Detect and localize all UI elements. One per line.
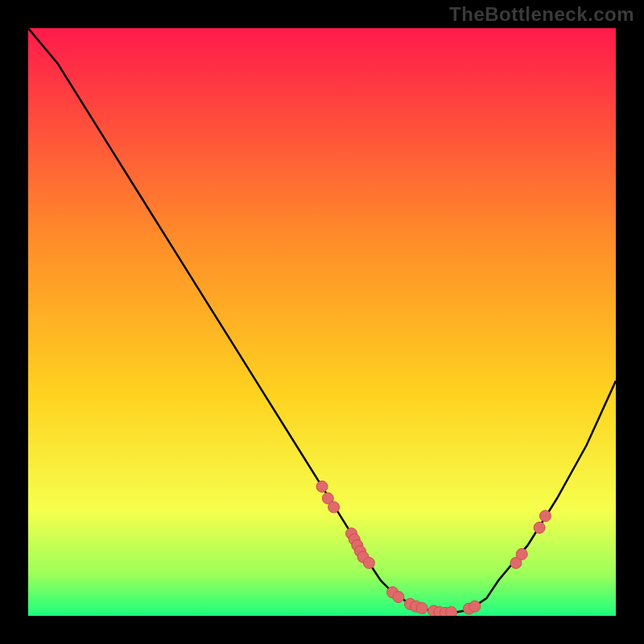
data-dot	[328, 502, 340, 513]
gradient-background	[28, 28, 616, 616]
data-dot	[316, 481, 328, 492]
data-dot	[446, 607, 457, 616]
bottleneck-chart	[28, 28, 616, 616]
plot-area	[28, 28, 616, 616]
chart-frame: TheBottleneck.com	[0, 0, 644, 644]
data-dot	[516, 548, 527, 559]
data-dot	[363, 557, 374, 568]
data-dot	[534, 522, 545, 534]
data-dot	[393, 592, 404, 603]
data-dot	[469, 601, 481, 612]
data-dot	[416, 603, 427, 614]
watermark-text: TheBottleneck.com	[449, 3, 634, 26]
data-dot	[539, 510, 551, 522]
